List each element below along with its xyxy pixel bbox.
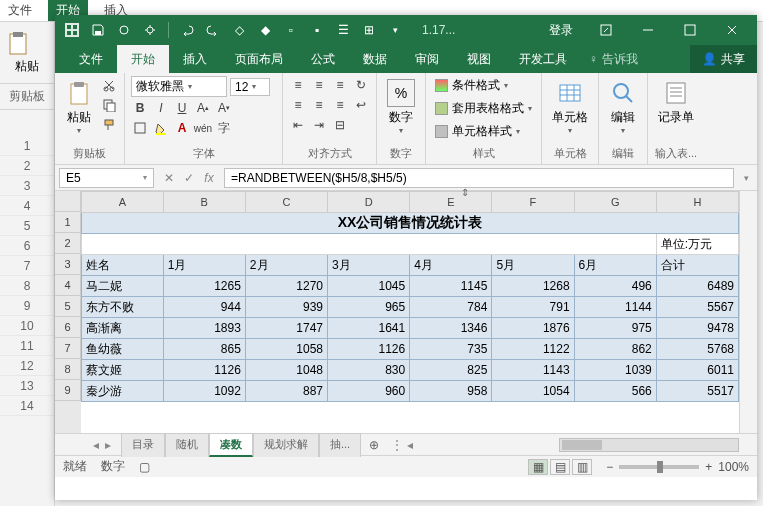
sync-icon[interactable]	[113, 19, 135, 41]
phonetic-icon[interactable]: wén	[194, 119, 212, 137]
data-cell[interactable]: 830	[328, 360, 410, 381]
border-icon[interactable]	[131, 119, 149, 137]
horizontal-scrollbar[interactable]	[559, 438, 739, 452]
data-cell[interactable]: 1876	[492, 318, 574, 339]
underline-button[interactable]: U	[173, 99, 191, 117]
record-button[interactable]: 记录单	[654, 76, 698, 129]
row-header[interactable]: 8	[55, 359, 81, 380]
decrease-font-icon[interactable]: A▾	[215, 99, 233, 117]
data-cell[interactable]: 1122	[492, 339, 574, 360]
fx-icon[interactable]: fx	[200, 171, 218, 185]
data-cell[interactable]: 865	[163, 339, 245, 360]
data-cell[interactable]: 1747	[245, 318, 327, 339]
tab-layout[interactable]: 页面布局	[221, 45, 297, 73]
cancel-fx-icon[interactable]: ✕	[160, 171, 178, 185]
col-header[interactable]: F	[492, 192, 574, 213]
tab-nav-first-icon[interactable]: ◂	[91, 438, 101, 452]
data-cell[interactable]: 944	[163, 297, 245, 318]
col-header[interactable]: B	[163, 192, 245, 213]
qa-icon-3[interactable]: ▫	[280, 19, 302, 41]
data-cell[interactable]: 958	[410, 381, 492, 402]
col-header[interactable]: G	[574, 192, 656, 213]
page-break-view-icon[interactable]: ▥	[572, 459, 592, 475]
tab-review[interactable]: 审阅	[401, 45, 453, 73]
row-header[interactable]: 3	[55, 254, 81, 275]
normal-view-icon[interactable]: ▦	[528, 459, 548, 475]
macro-record-icon[interactable]: ▢	[139, 460, 150, 474]
data-cell[interactable]: 1054	[492, 381, 574, 402]
data-cell[interactable]: 1893	[163, 318, 245, 339]
editing-button[interactable]: 编辑▾	[605, 76, 641, 138]
data-cell[interactable]: 1058	[245, 339, 327, 360]
tab-data[interactable]: 数据	[349, 45, 401, 73]
align-mid-icon[interactable]: ≡	[310, 76, 328, 94]
table-format-button[interactable]: 套用表格格式▾	[432, 99, 535, 118]
data-cell[interactable]: 1092	[163, 381, 245, 402]
row-header[interactable]: 9	[55, 380, 81, 401]
orientation-icon[interactable]: ↻	[352, 76, 370, 94]
col-header[interactable]: E	[410, 192, 492, 213]
zoom-out-icon[interactable]: −	[606, 460, 613, 474]
data-cell[interactable]: 6489	[656, 276, 738, 297]
indent-dec-icon[interactable]: ⇤	[289, 116, 307, 134]
align-right-icon[interactable]: ≡	[331, 96, 349, 114]
tab-overflow-icon[interactable]: ⋮ ◂	[391, 438, 412, 452]
table-header-cell[interactable]: 1月	[163, 255, 245, 276]
tab-insert[interactable]: 插入	[169, 45, 221, 73]
increase-font-icon[interactable]: A▴	[194, 99, 212, 117]
ribbon-options-icon[interactable]	[587, 15, 625, 45]
merge-icon[interactable]: ⊟	[331, 116, 349, 134]
col-header[interactable]: H	[656, 192, 738, 213]
data-cell[interactable]: 1048	[245, 360, 327, 381]
tab-home[interactable]: 开始	[117, 45, 169, 73]
char-border-icon[interactable]: 字	[215, 119, 233, 137]
qa-icon-2[interactable]: ◆	[254, 19, 276, 41]
data-cell[interactable]: 1265	[163, 276, 245, 297]
table-header-cell[interactable]: 3月	[328, 255, 410, 276]
data-cell[interactable]: 6011	[656, 360, 738, 381]
data-cell[interactable]: 1346	[410, 318, 492, 339]
tab-formula[interactable]: 公式	[297, 45, 349, 73]
row-header[interactable]: 4	[55, 275, 81, 296]
data-cell[interactable]: 1641	[328, 318, 410, 339]
app-icon[interactable]	[61, 19, 83, 41]
tab-nav-last-icon[interactable]: ▸	[103, 438, 113, 452]
data-cell[interactable]: 1039	[574, 360, 656, 381]
sheet-tab[interactable]: 规划求解	[253, 433, 319, 457]
conditional-format-button[interactable]: 条件格式▾	[432, 76, 511, 95]
row-header[interactable]: 6	[55, 317, 81, 338]
data-cell[interactable]: 784	[410, 297, 492, 318]
tab-file[interactable]: 文件	[65, 45, 117, 73]
select-all-corner[interactable]	[55, 191, 81, 212]
table-header-cell[interactable]: 2月	[245, 255, 327, 276]
page-layout-view-icon[interactable]: ▤	[550, 459, 570, 475]
align-top-icon[interactable]: ≡	[289, 76, 307, 94]
zoom-slider[interactable]	[619, 465, 699, 469]
wrap-icon[interactable]: ↩	[352, 96, 370, 114]
font-size-select[interactable]: 12▾	[230, 78, 270, 96]
data-cell[interactable]: 1268	[492, 276, 574, 297]
data-cell[interactable]: 5768	[656, 339, 738, 360]
italic-button[interactable]: I	[152, 99, 170, 117]
table-header-cell[interactable]: 5月	[492, 255, 574, 276]
row-header[interactable]: 2	[55, 233, 81, 254]
col-header[interactable]: C	[245, 192, 327, 213]
table-header-cell[interactable]: 姓名	[82, 255, 164, 276]
data-cell[interactable]: 1045	[328, 276, 410, 297]
name-box[interactable]: E5▾	[59, 168, 154, 188]
bold-button[interactable]: B	[131, 99, 149, 117]
data-cell[interactable]: 735	[410, 339, 492, 360]
name-cell[interactable]: 蔡文姬	[82, 360, 164, 381]
zoom-in-icon[interactable]: +	[705, 460, 712, 474]
name-cell[interactable]: 鱼幼薇	[82, 339, 164, 360]
maximize-icon[interactable]	[671, 15, 709, 45]
format-painter-icon[interactable]	[100, 116, 118, 134]
data-cell[interactable]: 1145	[410, 276, 492, 297]
qa-dropdown-icon[interactable]: ▾	[384, 19, 406, 41]
sheet-tab[interactable]: 凑数	[209, 433, 253, 457]
align-center-icon[interactable]: ≡	[310, 96, 328, 114]
formula-input[interactable]: =RANDBETWEEN($H5/8,$H5/5) ⇕	[224, 168, 734, 188]
qa-icon-5[interactable]: ☰	[332, 19, 354, 41]
redo-icon[interactable]	[202, 19, 224, 41]
col-header[interactable]: A	[82, 192, 164, 213]
